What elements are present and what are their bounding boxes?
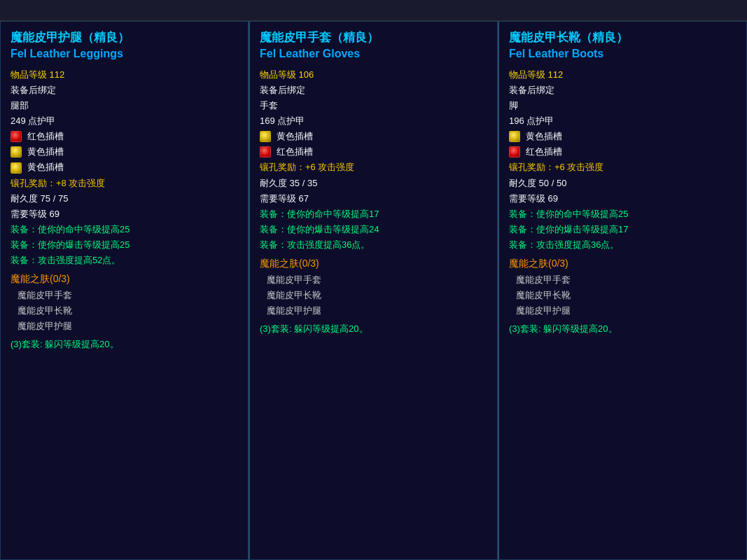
- title-bar: [0, 0, 747, 21]
- socket-icon-red-1: [260, 146, 271, 158]
- socket-leggings-2: 黄色插槽: [11, 160, 238, 175]
- durability-boots: 耐久度 50 / 50: [509, 176, 736, 191]
- bind-text-leggings: 装备后绑定: [11, 83, 238, 98]
- slot-leggings: 腿部: [11, 98, 238, 113]
- set-item-gloves-0: 魔能皮甲手套: [260, 272, 487, 288]
- bind-text-boots: 装备后绑定: [509, 83, 736, 98]
- socket-bonus-gloves: 镶孔奖励：+6 攻击强度: [260, 160, 487, 175]
- socket-bonus-boots: 镶孔奖励：+6 攻击强度: [509, 160, 736, 175]
- socket-icon-red-0: [11, 131, 22, 142]
- required-level-boots: 需要等级 69: [509, 191, 736, 206]
- set-bonus-gloves: (3)套装: 躲闪等级提高20。: [260, 321, 487, 337]
- item-name-cn-boots: 魔能皮甲长靴（精良）: [509, 30, 736, 46]
- item-card-leggings: 魔能皮甲护腿（精良）Fel Leather Leggings物品等级 112装备…: [0, 21, 249, 560]
- socket-icon-yellow-2: [11, 162, 22, 174]
- socket-boots-1: 红色插槽: [509, 144, 736, 160]
- durability-leggings: 耐久度 75 / 75: [11, 191, 238, 206]
- set-name-boots: 魔能之肤(0/3): [509, 255, 736, 272]
- socket-icon-red-1: [509, 146, 520, 158]
- item-level-gloves: 物品等级 106: [260, 67, 487, 83]
- item-card-gloves: 魔能皮甲手套（精良）Fel Leather Gloves物品等级 106装备后绑…: [249, 21, 498, 560]
- socket-icon-yellow-0: [509, 131, 520, 142]
- slot-boots: 脚: [509, 98, 736, 113]
- required-level-gloves: 需要等级 67: [260, 191, 487, 206]
- socket-leggings-0: 红色插槽: [11, 129, 238, 144]
- socket-bonus-leggings: 镶孔奖励：+8 攻击强度: [11, 176, 238, 191]
- item-level-boots: 物品等级 112: [509, 67, 736, 83]
- equip-bonus-gloves-2: 装备：攻击强度提高36点。: [260, 237, 487, 253]
- equip-bonus-gloves-1: 装备：使你的爆击等级提高24: [260, 222, 487, 237]
- slot-gloves: 手套: [260, 98, 487, 113]
- item-name-cn-gloves: 魔能皮甲手套（精良）: [260, 30, 487, 46]
- set-item-boots-2: 魔能皮甲护腿: [509, 303, 736, 318]
- socket-gloves-1: 红色插槽: [260, 144, 487, 160]
- item-name-en-gloves: Fel Leather Gloves: [260, 47, 487, 62]
- set-name-gloves: 魔能之肤(0/3): [260, 255, 487, 272]
- set-name-leggings: 魔能之肤(0/3): [11, 271, 238, 288]
- armor-leggings: 249 点护甲: [11, 113, 238, 129]
- equip-bonus-boots-1: 装备：使你的爆击等级提高17: [509, 222, 736, 237]
- equip-bonus-leggings-1: 装备：使你的爆击等级提高25: [11, 237, 238, 253]
- armor-gloves: 169 点护甲: [260, 113, 487, 129]
- set-item-leggings-2: 魔能皮甲护腿: [11, 318, 238, 334]
- set-bonus-boots: (3)套装: 躲闪等级提高20。: [509, 321, 736, 337]
- item-name-en-leggings: Fel Leather Leggings: [11, 47, 238, 62]
- socket-leggings-1: 黄色插槽: [11, 144, 238, 160]
- set-bonus-leggings: (3)套装: 躲闪等级提高20。: [11, 337, 238, 352]
- set-item-leggings-0: 魔能皮甲手套: [11, 288, 238, 303]
- set-item-leggings-1: 魔能皮甲长靴: [11, 303, 238, 318]
- bind-text-gloves: 装备后绑定: [260, 83, 487, 98]
- durability-gloves: 耐久度 35 / 35: [260, 176, 487, 191]
- equip-bonus-gloves-0: 装备：使你的命中等级提高17: [260, 206, 487, 222]
- set-item-gloves-2: 魔能皮甲护腿: [260, 303, 487, 318]
- set-item-gloves-1: 魔能皮甲长靴: [260, 288, 487, 303]
- socket-gloves-0: 黄色插槽: [260, 129, 487, 144]
- cards-container: 魔能皮甲护腿（精良）Fel Leather Leggings物品等级 112装备…: [0, 21, 747, 560]
- set-item-boots-0: 魔能皮甲手套: [509, 272, 736, 288]
- socket-icon-yellow-1: [11, 146, 22, 158]
- socket-icon-yellow-0: [260, 131, 271, 142]
- item-level-leggings: 物品等级 112: [11, 67, 238, 83]
- equip-bonus-boots-2: 装备：攻击强度提高36点。: [509, 237, 736, 253]
- item-name-en-boots: Fel Leather Boots: [509, 47, 736, 62]
- equip-bonus-leggings-0: 装备：使你的命中等级提高25: [11, 222, 238, 237]
- armor-boots: 196 点护甲: [509, 113, 736, 129]
- socket-boots-0: 黄色插槽: [509, 129, 736, 144]
- item-card-boots: 魔能皮甲长靴（精良）Fel Leather Boots物品等级 112装备后绑定…: [498, 21, 747, 560]
- equip-bonus-boots-0: 装备：使你的命中等级提高25: [509, 206, 736, 222]
- required-level-leggings: 需要等级 69: [11, 206, 238, 222]
- item-name-cn-leggings: 魔能皮甲护腿（精良）: [11, 30, 238, 46]
- set-item-boots-1: 魔能皮甲长靴: [509, 288, 736, 303]
- equip-bonus-leggings-2: 装备：攻击强度提高52点。: [11, 253, 238, 268]
